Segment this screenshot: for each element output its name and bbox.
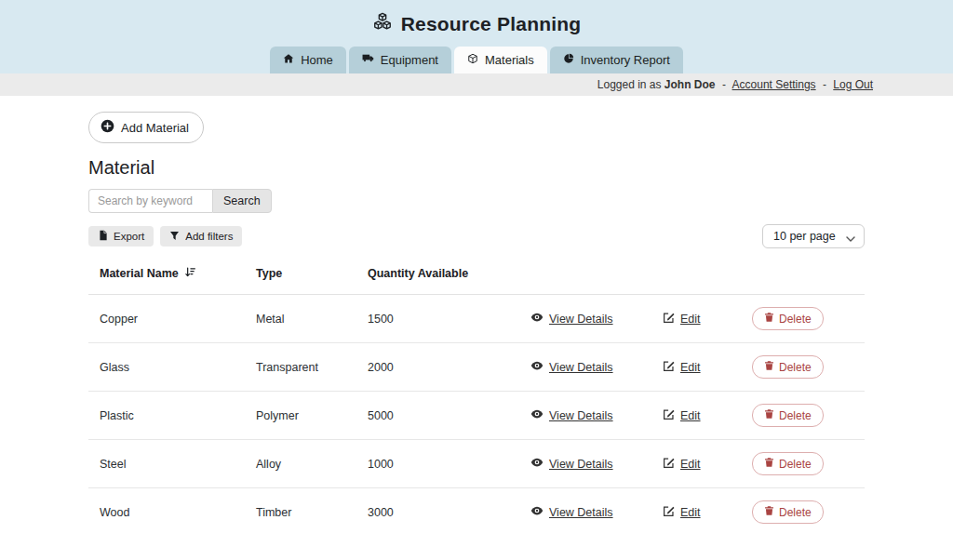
quantity-cell: 1500: [356, 295, 519, 343]
tab-label: Equipment: [381, 53, 438, 67]
delete-label: Delete: [779, 313, 812, 326]
table-row: Copper Metal 1500 View Details Edit Dele…: [88, 295, 865, 343]
delete-label: Delete: [779, 506, 812, 519]
type-cell: Timber: [245, 488, 356, 537]
edit-link[interactable]: Edit: [663, 312, 701, 327]
boxes-icon: [372, 12, 393, 36]
column-header-type[interactable]: Type: [245, 260, 356, 295]
delete-label: Delete: [779, 361, 812, 374]
separator: -: [722, 78, 726, 91]
toolbar-left: Export Add filters: [88, 226, 242, 247]
edit-link[interactable]: Edit: [663, 505, 701, 520]
column-header-quantity[interactable]: Quantity Available: [356, 260, 519, 295]
app-header: Resource Planning Home Equipment: [0, 0, 953, 73]
add-filters-label: Add filters: [185, 231, 233, 242]
account-settings-link[interactable]: Account Settings: [732, 78, 816, 91]
material-name-cell: Plastic: [88, 392, 245, 440]
table-header-row: Material Name Type Quantity Available: [88, 260, 865, 295]
eye-icon: [530, 407, 544, 423]
per-page-wrap: 10 per page: [762, 224, 865, 248]
view-details-link[interactable]: View Details: [530, 359, 613, 375]
type-cell: Transparent: [245, 343, 356, 392]
trash-icon: [764, 457, 774, 471]
type-cell: Alloy: [245, 440, 356, 488]
view-details-label: View Details: [549, 458, 613, 471]
tab-equipment[interactable]: Equipment: [349, 47, 451, 73]
pencil-square-icon: [663, 360, 675, 375]
add-material-label: Add Material: [121, 121, 189, 135]
edit-label: Edit: [680, 458, 701, 471]
plus-circle-icon: [101, 119, 114, 136]
tab-label: Materials: [485, 53, 534, 67]
column-header-material-name[interactable]: Material Name: [88, 260, 245, 295]
user-bar: Logged in as John Doe - Account Settings…: [0, 73, 953, 96]
trash-icon: [764, 408, 774, 422]
view-details-link[interactable]: View Details: [530, 456, 613, 472]
material-name-cell: Steel: [88, 440, 245, 488]
export-label: Export: [114, 231, 144, 242]
search-button[interactable]: Search: [212, 189, 272, 213]
per-page-select[interactable]: 10 per page: [762, 224, 865, 248]
delete-button[interactable]: Delete: [752, 452, 824, 475]
tab-inventory-report[interactable]: Inventory Report: [550, 47, 683, 73]
truck-icon: [362, 52, 374, 67]
quantity-cell: 5000: [356, 392, 519, 440]
trash-icon: [764, 505, 774, 519]
file-icon: [98, 230, 108, 243]
page-title: Material: [88, 157, 865, 179]
delete-button[interactable]: Delete: [752, 500, 824, 524]
pencil-square-icon: [663, 312, 675, 327]
delete-label: Delete: [779, 409, 812, 422]
column-header-actions-view: [519, 260, 651, 295]
edit-link[interactable]: Edit: [663, 360, 701, 375]
eye-icon: [530, 359, 544, 375]
pencil-square-icon: [663, 408, 675, 423]
view-details-label: View Details: [549, 313, 613, 326]
add-filters-button[interactable]: Add filters: [160, 226, 242, 247]
view-details-link[interactable]: View Details: [530, 407, 613, 423]
view-details-label: View Details: [549, 506, 613, 519]
delete-button[interactable]: Delete: [752, 404, 824, 427]
table-row: Wood Timber 3000 View Details Edit Delet…: [88, 488, 865, 537]
log-out-link[interactable]: Log Out: [833, 78, 873, 91]
add-material-button[interactable]: Add Material: [88, 112, 204, 143]
trash-icon: [764, 360, 774, 374]
box-icon: [467, 53, 478, 67]
view-details-link[interactable]: View Details: [530, 311, 613, 327]
search-input[interactable]: [88, 189, 212, 213]
delete-button[interactable]: Delete: [752, 355, 824, 379]
main-content: Add Material Material Search Export: [88, 96, 865, 536]
type-cell: Metal: [245, 295, 356, 343]
type-cell: Polymer: [245, 392, 356, 440]
tab-label: Inventory Report: [581, 53, 670, 67]
view-details-label: View Details: [549, 409, 613, 422]
separator: -: [823, 78, 826, 91]
pencil-square-icon: [663, 457, 675, 472]
edit-label: Edit: [680, 409, 701, 422]
quantity-cell: 2000: [356, 343, 519, 392]
column-label: Material Name: [100, 267, 179, 280]
table-row: Steel Alloy 1000 View Details Edit Delet…: [88, 440, 865, 488]
edit-label: Edit: [680, 361, 701, 374]
tab-home[interactable]: Home: [270, 47, 346, 73]
export-button[interactable]: Export: [88, 226, 154, 247]
delete-button[interactable]: Delete: [752, 307, 824, 330]
edit-label: Edit: [680, 313, 701, 326]
username: John Doe: [664, 78, 716, 91]
edit-link[interactable]: Edit: [663, 457, 701, 472]
main-nav: Home Equipment Materials: [0, 47, 953, 73]
edit-label: Edit: [680, 506, 701, 519]
pie-chart-icon: [563, 53, 574, 67]
column-header-actions-edit: [651, 260, 741, 295]
quantity-cell: 1000: [356, 440, 519, 488]
view-details-link[interactable]: View Details: [530, 504, 613, 520]
eye-icon: [530, 311, 544, 327]
edit-link[interactable]: Edit: [663, 408, 701, 423]
tab-materials[interactable]: Materials: [454, 47, 547, 73]
view-details-label: View Details: [549, 361, 613, 374]
sort-ascending-icon[interactable]: [184, 266, 196, 281]
house-icon: [283, 53, 294, 67]
toolbar-row: Export Add filters 10 per page: [88, 224, 865, 248]
logged-in-prefix: Logged in as: [597, 78, 662, 91]
delete-label: Delete: [779, 458, 812, 471]
